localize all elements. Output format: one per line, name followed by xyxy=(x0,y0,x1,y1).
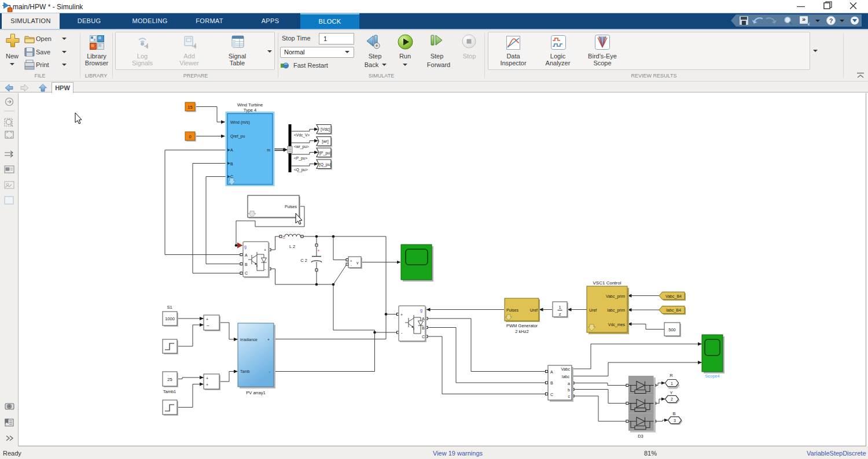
svg-text:Pulses: Pulses xyxy=(285,205,297,209)
svg-text:+: + xyxy=(264,248,266,252)
svg-text:PV array1: PV array1 xyxy=(246,390,265,395)
svg-text:1: 1 xyxy=(671,382,673,386)
svg-text:z: z xyxy=(559,312,561,317)
svg-text:C: C xyxy=(230,175,233,179)
svg-text:2 kHz2: 2 kHz2 xyxy=(515,329,528,334)
svg-text:Wind Turbine: Wind Turbine xyxy=(237,102,263,108)
svg-text:Iabc_prim: Iabc_prim xyxy=(607,308,625,313)
svg-text:C: C xyxy=(245,271,248,275)
svg-text:Iabc_B4: Iabc_B4 xyxy=(666,308,681,313)
svg-text:A: A xyxy=(550,370,553,374)
svg-text:c: c xyxy=(568,394,571,398)
svg-text:<wr_pu>: <wr_pu> xyxy=(294,145,309,149)
svg-text:Pulses: Pulses xyxy=(506,308,519,312)
svg-text:3: 3 xyxy=(674,419,676,423)
svg-text:Wind (m/s): Wind (m/s) xyxy=(230,120,250,125)
svg-text:b: b xyxy=(568,388,570,392)
svg-text:D3: D3 xyxy=(638,434,643,439)
svg-text:Type 4: Type 4 xyxy=(244,108,257,113)
svg-text:irradiance: irradiance xyxy=(240,338,258,342)
svg-text:m: m xyxy=(267,148,270,152)
svg-text:VSC1 Control: VSC1 Control xyxy=(593,280,621,286)
svg-text:Uref: Uref xyxy=(589,308,597,312)
svg-text:B: B xyxy=(550,381,553,385)
svg-text:1: 1 xyxy=(558,305,561,310)
svg-text:L 2: L 2 xyxy=(289,244,295,249)
svg-text:B: B xyxy=(672,411,675,416)
svg-text:v: v xyxy=(356,261,359,265)
svg-text:<Vdc_V>: <Vdc_V> xyxy=(294,133,310,138)
svg-text:+: + xyxy=(267,338,270,342)
svg-text:-: - xyxy=(269,369,270,373)
svg-text:+: + xyxy=(206,376,208,380)
svg-text:Qref_pu: Qref_pu xyxy=(230,134,245,139)
svg-text:S1: S1 xyxy=(167,305,172,310)
svg-text:[wr]: [wr] xyxy=(322,139,328,144)
svg-text:Vabc_prim: Vabc_prim xyxy=(606,294,625,299)
svg-text:A: A xyxy=(230,148,233,152)
svg-text:a: a xyxy=(568,382,570,386)
svg-text:Scope4: Scope4 xyxy=(705,373,719,379)
svg-text:+: + xyxy=(350,259,352,262)
svg-text:2: 2 xyxy=(671,397,673,401)
svg-text:g: g xyxy=(420,308,422,313)
svg-text:+: + xyxy=(206,317,208,321)
svg-text:[P_pu]: [P_pu] xyxy=(319,151,331,156)
svg-text:+: + xyxy=(206,383,208,387)
svg-text:C 2: C 2 xyxy=(300,258,307,263)
svg-text:<Q_pu>: <Q_pu> xyxy=(294,168,308,172)
svg-text:1000: 1000 xyxy=(165,316,175,321)
svg-text:PWM Generator: PWM Generator xyxy=(506,323,538,328)
svg-text:500: 500 xyxy=(668,327,676,332)
svg-text:?: ? xyxy=(829,17,833,24)
svg-text:+: + xyxy=(400,313,403,317)
svg-text:15: 15 xyxy=(187,105,192,110)
svg-text:»: » xyxy=(802,16,806,23)
svg-text:Iabc: Iabc xyxy=(562,375,570,379)
svg-text:A: A xyxy=(245,253,248,257)
svg-text:25: 25 xyxy=(167,377,172,382)
svg-text:Uref: Uref xyxy=(530,308,538,312)
svg-text:Tamb: Tamb xyxy=(240,369,250,373)
svg-text:Vdc_mes: Vdc_mes xyxy=(608,323,626,327)
svg-text:A: A xyxy=(422,317,425,321)
svg-text:[Q_pu]: [Q_pu] xyxy=(319,162,331,167)
svg-text:Y: Y xyxy=(670,390,672,395)
svg-text:B: B xyxy=(245,262,248,266)
svg-text:0: 0 xyxy=(189,134,191,139)
svg-text:B: B xyxy=(230,162,233,166)
svg-text:<P_pu>: <P_pu> xyxy=(294,156,307,161)
svg-text:+: + xyxy=(317,249,319,253)
svg-text:Tamb1: Tamb1 xyxy=(163,389,176,394)
svg-text:−: − xyxy=(207,323,209,328)
svg-text:B: B xyxy=(422,326,425,330)
svg-text:[Vdc]: [Vdc] xyxy=(321,127,330,132)
svg-text:R: R xyxy=(670,373,673,378)
svg-text:-: - xyxy=(351,264,352,267)
svg-text:Vabc_B4: Vabc_B4 xyxy=(665,294,682,299)
svg-text:g: g xyxy=(244,245,247,249)
svg-text:Vabc: Vabc xyxy=(561,367,571,371)
svg-text:C: C xyxy=(422,335,425,339)
svg-text:C: C xyxy=(550,393,553,397)
